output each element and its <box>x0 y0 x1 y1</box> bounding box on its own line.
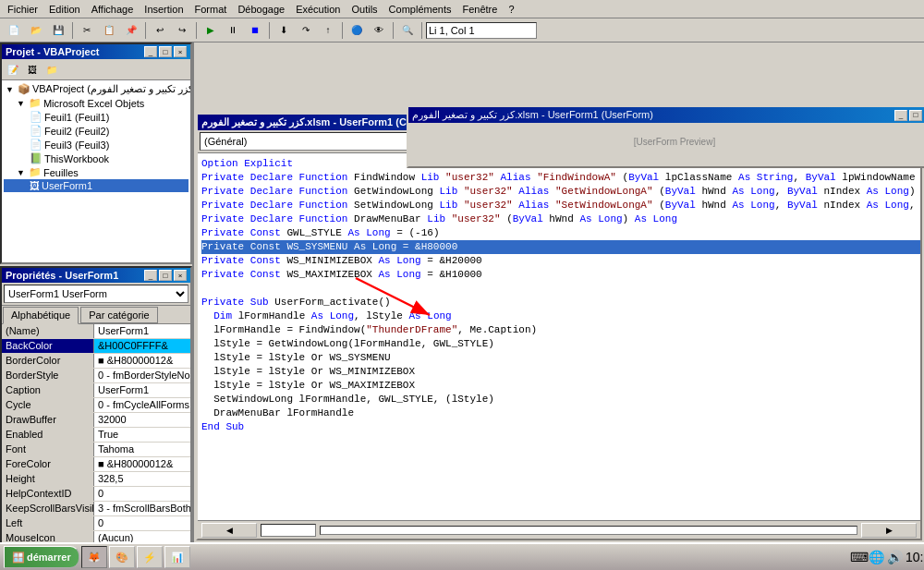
step-btn[interactable]: ⬇ <box>274 20 294 41</box>
project-maximize-btn[interactable]: □ <box>159 46 172 57</box>
start-button[interactable]: 🪟 démarrer <box>4 546 79 568</box>
search-btn[interactable]: 🔍 <box>397 20 418 41</box>
project-close-btn[interactable]: × <box>174 46 187 57</box>
prop-val-cycle[interactable]: 0 - fmCycleAllForms <box>94 398 190 412</box>
prop-keepscrollbars: KeepScrollBarsVisible 3 - fmScrollBarsBo… <box>2 502 190 516</box>
menu-debogage[interactable]: Débogage <box>232 2 290 17</box>
pause-btn[interactable]: ⏸ <box>223 20 243 41</box>
code-editor[interactable]: Option Explicit Private Declare Function… <box>198 153 920 520</box>
copy-btn[interactable]: 📋 <box>99 20 119 41</box>
cut-btn[interactable]: ✂ <box>77 20 97 41</box>
menu-execution[interactable]: Exécution <box>290 2 346 17</box>
tree-project-label: VBAProject (كزر تكبير و تصغير الفورم) <box>32 83 190 95</box>
menu-edition[interactable]: Edition <box>43 2 86 17</box>
code-view-btn[interactable]: ◀ <box>201 523 257 538</box>
form-preview-empty: [UserForm Preview] <box>634 137 715 147</box>
menu-outils[interactable]: Outils <box>346 2 383 17</box>
code-scrollbar[interactable] <box>320 526 857 535</box>
tree-feuilles[interactable]: ▼ 📁 Feuilles <box>4 165 188 179</box>
volume-icon[interactable]: 🔊 <box>887 550 902 564</box>
prop-val-borderstyle[interactable]: 0 - fmBorderStyleNone <box>94 369 190 382</box>
props-maximize-btn[interactable]: □ <box>159 270 172 281</box>
prop-val-enabled[interactable]: True <box>94 428 190 442</box>
prop-val-caption[interactable]: UserForm1 <box>94 383 190 397</box>
sheet-icon: 📄 <box>30 111 43 123</box>
undo-btn[interactable]: ↩ <box>150 20 170 41</box>
redo-btn[interactable]: ↪ <box>172 20 192 41</box>
form-maximize-btn[interactable]: □ <box>909 110 922 121</box>
tab-alphabetique[interactable]: Alphabétique <box>3 307 79 324</box>
menu-format[interactable]: Format <box>189 2 233 17</box>
prop-val-height[interactable]: 328,5 <box>94 472 190 486</box>
stop-btn[interactable]: ⏹ <box>245 20 265 41</box>
form-icon: 🖼 <box>30 180 40 191</box>
paste-btn[interactable]: 📌 <box>121 20 141 41</box>
view-object-btn[interactable]: 🖼 <box>23 61 42 78</box>
props-close-btn[interactable]: × <box>174 270 187 281</box>
code-line-7: Private Const WS_SYSMENU As Long = &H800… <box>201 240 920 254</box>
prop-val-left[interactable]: 0 <box>94 516 190 530</box>
prop-val-font[interactable]: Tahoma <box>94 443 190 456</box>
taskbar-item-2[interactable]: 🎨 <box>109 546 135 568</box>
stepover-btn[interactable]: ↷ <box>296 20 316 41</box>
expand-icon[interactable]: ▼ <box>17 99 25 108</box>
network-icon[interactable]: 🌐 <box>869 550 883 564</box>
taskbar-item-3[interactable]: ⚡ <box>137 546 163 568</box>
tree-feuil2[interactable]: 📄 Feuil2 (Feuil2) <box>4 124 188 138</box>
tree-feuil3[interactable]: 📄 Feuil3 (Feuil3) <box>4 138 188 152</box>
code-position-input[interactable] <box>261 524 316 537</box>
props-title-bar: Propriétés - UserForm1 _ □ × <box>2 268 190 283</box>
tree-feuilles-label: Feuilles <box>43 167 79 178</box>
menu-help[interactable]: ? <box>503 2 519 17</box>
project-minimize-btn[interactable]: _ <box>144 46 157 57</box>
expand-icon[interactable]: ▼ <box>17 168 25 177</box>
main-layout: Projet - VBAProject _ □ × 📝 🖼 📁 ▼ 📦 VBAP… <box>0 42 924 542</box>
save-btn[interactable]: 💾 <box>48 20 68 41</box>
expand-icon[interactable]: ▼ <box>6 85 14 94</box>
code-window: كزر تكبير و تصغير الفورم.xlsm - UserForm… <box>196 113 922 540</box>
tree-excel-objects[interactable]: ▼ 📁 Microsoft Excel Objets <box>4 96 188 110</box>
prop-val-backcolor[interactable]: &H00C0FFFF& <box>94 339 190 353</box>
form-minimize-btn[interactable]: _ <box>894 110 907 121</box>
prop-val-bordercolor[interactable]: ■ &H80000012& <box>94 354 190 368</box>
menu-fichier[interactable]: Fichier <box>2 2 43 17</box>
menu-fenetre[interactable]: Fenêtre <box>456 2 503 17</box>
tree-vbaproject[interactable]: ▼ 📦 VBAProject (كزر تكبير و تصغير الفورم… <box>4 82 188 96</box>
taskbar-item-4[interactable]: 📊 <box>164 546 190 568</box>
toggle-folders-btn[interactable]: 📁 <box>43 61 61 78</box>
new-btn[interactable]: 📄 <box>4 20 24 41</box>
props-object-dropdown[interactable]: UserForm1 UserForm <box>4 285 188 303</box>
prop-val-drawbuffer[interactable]: 32000 <box>94 413 190 427</box>
props-minimize-btn[interactable]: _ <box>144 270 157 281</box>
props-table: (Name) UserForm1 BackColor &H00C0FFFF& B… <box>2 324 190 570</box>
prop-val-keepscrollbars[interactable]: 3 - fmScrollBarsBoth <box>94 502 190 515</box>
sep7 <box>421 22 422 39</box>
view-code-btn[interactable]: 📝 <box>4 61 22 78</box>
folder-icon: 📁 <box>29 97 42 109</box>
breakpoint-btn[interactable]: 🔵 <box>346 20 367 41</box>
taskbar-item-1[interactable]: 🦊 <box>81 546 107 568</box>
menu-affichage[interactable]: Affichage <box>86 2 140 17</box>
watch-btn[interactable]: 👁 <box>369 20 389 41</box>
tab-par-categorie[interactable]: Par catégorie <box>80 307 157 323</box>
code-line-5: Private Declare Function DrawMenuBar Lib… <box>201 212 920 226</box>
prop-val-forecolor[interactable]: ■ &H80000012& <box>94 457 190 471</box>
run-btn[interactable]: ▶ <box>201 20 221 41</box>
prop-val-name[interactable]: UserForm1 <box>94 324 190 338</box>
menu-insertion[interactable]: Insertion <box>139 2 188 17</box>
stepout-btn[interactable]: ↑ <box>318 20 338 41</box>
open-btn[interactable]: 📂 <box>26 20 46 41</box>
code-scroll-right-btn[interactable]: ▶ <box>861 523 917 538</box>
keyboard-icon[interactable]: ⌨ <box>850 550 865 564</box>
tree-thisworkbook[interactable]: 📗 ThisWorkbook <box>4 152 188 165</box>
sheet-icon: 📄 <box>30 125 43 137</box>
sep2 <box>145 22 146 39</box>
tree-feuil1[interactable]: 📄 Feuil1 (Feuil1) <box>4 110 188 124</box>
prop-val-helpcontextid[interactable]: 0 <box>94 487 190 501</box>
prop-key-borderstyle: BorderStyle <box>2 369 94 382</box>
tree-feuil2-label: Feuil2 (Feuil2) <box>44 126 109 137</box>
tree-userform1[interactable]: 🖼 UserForm1 <box>4 179 188 192</box>
code-line-14: lStyle = GetWindowLong(lFormHandle, GWL_… <box>201 337 920 351</box>
sep6 <box>393 22 394 39</box>
menu-complements[interactable]: Compléments <box>383 2 457 17</box>
